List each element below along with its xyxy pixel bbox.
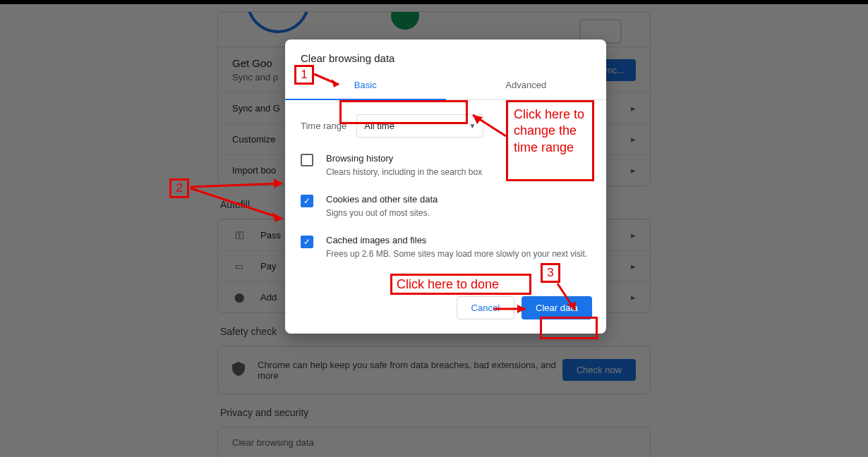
annotation-arrow-3 [557, 284, 586, 319]
option-desc: Clears history, including in the search … [326, 166, 482, 178]
annotation-arrow-1 [314, 71, 349, 92]
checkbox-browsing-history[interactable] [301, 154, 313, 166]
annotation-arrow-time-range [466, 111, 508, 140]
annotation-box-clear-data [540, 317, 598, 339]
svg-line-6 [191, 188, 282, 219]
annotation-step-2: 2 [169, 178, 189, 198]
option-title: Browsing history [326, 153, 482, 164]
annotation-step-1: 1 [294, 65, 314, 85]
checkbox-cookies[interactable]: ✓ [301, 195, 313, 207]
dialog-title: Clear browsing data [301, 52, 591, 64]
tab-advanced[interactable]: Advanced [446, 71, 607, 99]
annotation-arrow-2a [191, 159, 296, 222]
annotation-arrow-done [494, 303, 536, 317]
option-desc: Frees up 2.6 MB. Some sites may load mor… [326, 248, 587, 260]
annotation-hint-done: Click here to done [390, 274, 531, 295]
svg-marker-9 [517, 305, 526, 313]
annotation-step-3: 3 [541, 263, 560, 283]
checkbox-cache[interactable]: ✓ [301, 236, 313, 248]
option-cookies: ✓ Cookies and other site data Signs you … [301, 194, 591, 219]
option-title: Cookies and other site data [326, 194, 438, 205]
annotation-box-time-range [339, 100, 468, 124]
option-desc: Signs you out of most sites. [326, 207, 438, 219]
option-title: Cached images and files [326, 235, 587, 245]
annotation-hint-time-range: Click here to change the time range [506, 100, 594, 181]
svg-marker-5 [274, 178, 282, 188]
option-cache: ✓ Cached images and files Frees up 2.6 M… [301, 235, 591, 260]
svg-line-4 [191, 183, 282, 187]
